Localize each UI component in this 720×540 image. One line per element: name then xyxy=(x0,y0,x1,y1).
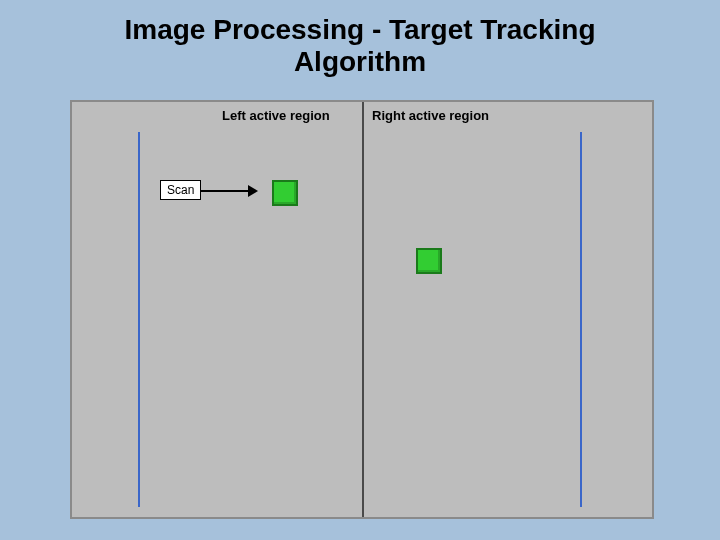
left-region-label: Left active region xyxy=(222,108,330,123)
title-line-2: Algorithm xyxy=(294,46,426,77)
tracking-panel: Left active region Right active region S… xyxy=(70,100,654,519)
left-target-marker xyxy=(272,180,298,206)
left-boundary-line xyxy=(138,132,140,507)
title-line-1: Image Processing - Target Tracking xyxy=(125,14,596,45)
scan-label-box: Scan xyxy=(160,180,201,200)
right-target-marker xyxy=(416,248,442,274)
slide-title: Image Processing - Target Tracking Algor… xyxy=(0,0,720,78)
scan-arrow-icon xyxy=(200,190,256,192)
right-region-label: Right active region xyxy=(372,108,489,123)
right-boundary-line xyxy=(580,132,582,507)
scan-label: Scan xyxy=(167,183,194,197)
center-divider xyxy=(362,102,364,517)
